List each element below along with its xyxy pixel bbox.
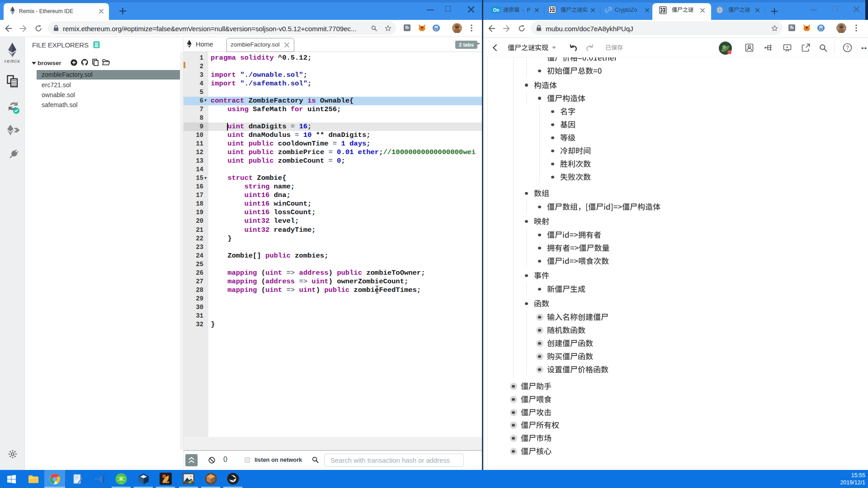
svg-text:On: On [493,8,500,13]
svg-text:?: ? [846,45,849,51]
